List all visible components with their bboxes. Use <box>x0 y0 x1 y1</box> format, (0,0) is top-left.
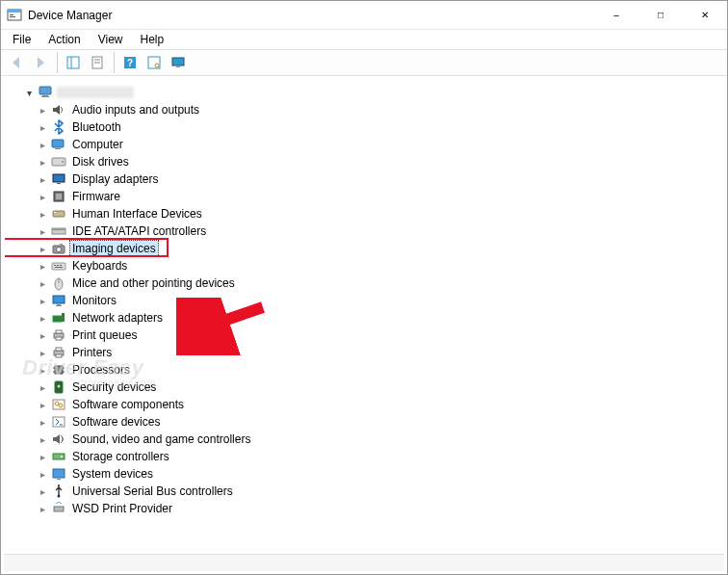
expand-arrow-icon[interactable] <box>36 417 49 428</box>
tree-item-label: Processors <box>70 362 132 378</box>
toolbar-help-button[interactable] <box>118 52 142 73</box>
expand-arrow-icon[interactable] <box>36 486 49 497</box>
expand-arrow-icon[interactable] <box>36 400 49 410</box>
tree-item[interactable]: Imaging devices <box>9 240 723 257</box>
tree-item[interactable]: Software devices <box>9 413 723 431</box>
expand-arrow-icon[interactable] <box>36 278 49 289</box>
pc-icon <box>38 85 53 100</box>
tree-item-label: Human Interface Devices <box>70 206 204 222</box>
security-icon <box>51 379 66 395</box>
expand-arrow-icon[interactable] <box>36 140 49 150</box>
expand-arrow-icon[interactable] <box>36 209 49 220</box>
toolbar-back-button[interactable] <box>5 52 28 73</box>
expand-arrow-icon[interactable] <box>36 192 49 202</box>
title-bar: Device Manager – □ ✕ <box>1 1 727 30</box>
tree-item[interactable]: System devices <box>9 465 723 483</box>
expand-arrow-icon[interactable] <box>36 382 49 393</box>
expand-arrow-icon[interactable] <box>36 504 49 514</box>
tree-item[interactable]: Processors <box>9 361 723 379</box>
tree-item[interactable]: Human Interface Devices <box>9 205 723 222</box>
toolbar-monitor-button[interactable] <box>167 52 190 73</box>
tree-item[interactable]: Universal Serial Bus controllers <box>9 483 723 500</box>
expand-arrow-icon[interactable] <box>36 365 49 376</box>
tree-item[interactable]: Monitors <box>9 292 723 309</box>
menu-file[interactable]: File <box>5 31 39 48</box>
menu-action[interactable]: Action <box>40 31 88 48</box>
tree-item[interactable]: Software components <box>9 396 723 413</box>
expand-arrow-icon[interactable] <box>36 244 49 254</box>
tree-item-label: Software devices <box>70 414 162 430</box>
bluetooth-icon <box>51 119 66 135</box>
network-icon <box>51 310 66 326</box>
expand-arrow-icon[interactable] <box>36 261 49 272</box>
tree-item-label: Printers <box>70 345 114 360</box>
app-icon <box>7 8 22 23</box>
tree-item-label: Sound, video and game controllers <box>70 431 252 447</box>
tree-item[interactable]: Audio inputs and outputs <box>9 101 723 118</box>
tree-item-label: Storage controllers <box>70 449 171 464</box>
printer-icon <box>51 345 66 360</box>
printer-icon <box>51 327 66 343</box>
device-tree-panel[interactable]: Audio inputs and outputsBluetoothCompute… <box>5 80 723 551</box>
tree-item-label: System devices <box>70 466 155 482</box>
expand-arrow-icon[interactable] <box>36 226 49 237</box>
toolbar <box>1 49 727 76</box>
tree-item-label: Computer <box>70 137 125 152</box>
maximize-button[interactable]: □ <box>638 1 683 29</box>
tree-item[interactable]: WSD Print Provider <box>9 500 723 517</box>
toolbar-forward-button[interactable] <box>29 52 52 73</box>
toolbar-scan-button[interactable] <box>143 52 166 73</box>
tree-item[interactable]: Disk drives <box>9 153 723 170</box>
tree-item[interactable]: Print queues <box>9 327 723 344</box>
expand-arrow-icon[interactable] <box>36 469 49 480</box>
tree-item-label: Network adapters <box>70 310 165 326</box>
close-button[interactable]: ✕ <box>683 1 727 29</box>
system-icon <box>51 466 66 482</box>
expand-arrow-icon[interactable] <box>22 88 36 98</box>
expand-arrow-icon[interactable] <box>36 348 49 358</box>
tree-item[interactable]: Mice and other pointing devices <box>9 274 723 292</box>
tree-item[interactable]: Storage controllers <box>9 448 723 465</box>
tree-item-label: Keyboards <box>70 258 129 274</box>
tree-root-label <box>57 87 134 98</box>
tree-item[interactable]: Bluetooth <box>9 118 723 136</box>
toolbar-properties-button[interactable] <box>86 52 109 73</box>
tree-item-label: Print queues <box>70 327 139 343</box>
minimize-button[interactable]: – <box>594 1 638 29</box>
usb-icon <box>51 484 66 499</box>
menu-help[interactable]: Help <box>133 31 172 48</box>
expand-arrow-icon[interactable] <box>36 157 49 168</box>
softdev-icon <box>51 414 66 430</box>
toolbar-tree-button[interactable] <box>62 52 85 73</box>
speaker-icon <box>51 102 66 118</box>
tree-item[interactable]: Keyboards <box>9 257 723 274</box>
tree-root[interactable] <box>9 84 723 101</box>
expand-arrow-icon[interactable] <box>36 313 49 324</box>
expand-arrow-icon[interactable] <box>36 122 49 133</box>
expand-arrow-icon[interactable] <box>36 452 49 462</box>
ide-icon <box>51 223 66 239</box>
expand-arrow-icon[interactable] <box>36 105 49 116</box>
expand-arrow-icon[interactable] <box>36 434 49 445</box>
display-icon <box>51 171 66 187</box>
tree-item[interactable]: Firmware <box>9 188 723 205</box>
tree-item[interactable]: Sound, video and game controllers <box>9 431 723 448</box>
menu-view[interactable]: View <box>91 31 131 48</box>
tree-item[interactable]: Printers <box>9 344 723 361</box>
tree-item-label: Disk drives <box>70 154 131 170</box>
mouse-icon <box>51 275 66 291</box>
camera-icon <box>51 241 66 256</box>
expand-arrow-icon[interactable] <box>36 174 49 185</box>
window-title: Device Manager <box>28 9 112 22</box>
tree-item-label: Security devices <box>70 379 158 395</box>
tree-item[interactable]: IDE ATA/ATAPI controllers <box>9 222 723 240</box>
expand-arrow-icon[interactable] <box>36 296 49 306</box>
tree-item-label: Software components <box>70 397 186 412</box>
wsd-icon <box>51 501 66 516</box>
tree-item-label: Audio inputs and outputs <box>70 102 201 118</box>
expand-arrow-icon[interactable] <box>36 330 49 341</box>
tree-item[interactable]: Network adapters <box>9 309 723 327</box>
tree-item[interactable]: Display adapters <box>9 170 723 188</box>
tree-item[interactable]: Computer <box>9 136 723 153</box>
tree-item[interactable]: Security devices <box>9 379 723 396</box>
